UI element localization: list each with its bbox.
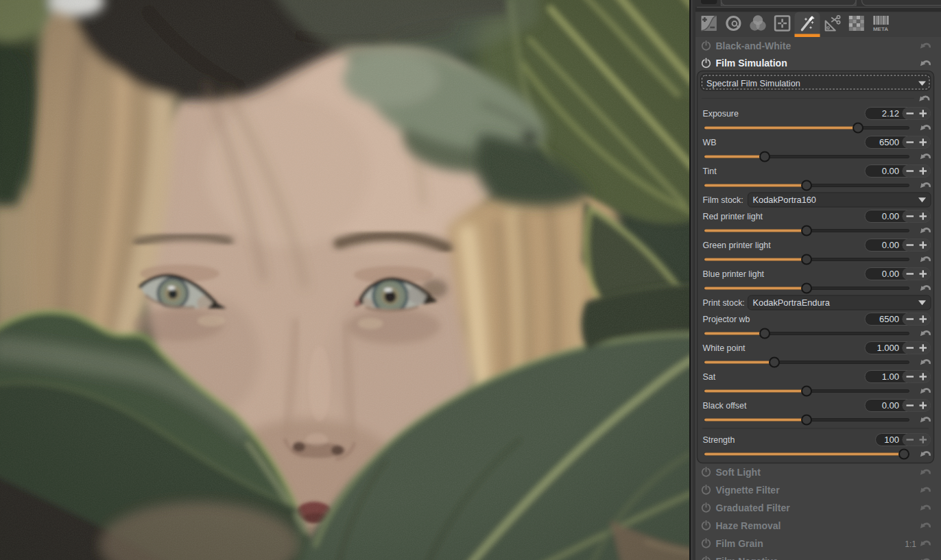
svg-text:Film stock:: Film stock: xyxy=(703,195,743,205)
svg-text:KodakPortra160: KodakPortra160 xyxy=(753,195,816,205)
svg-text:1.00: 1.00 xyxy=(882,372,899,382)
svg-text:0.00: 0.00 xyxy=(882,400,899,411)
svg-text:1.000: 1.000 xyxy=(877,343,899,353)
svg-text:Black offset: Black offset xyxy=(703,401,747,411)
svg-text:Red printer light: Red printer light xyxy=(703,212,763,221)
svg-text:2.12: 2.12 xyxy=(882,108,899,119)
svg-text:Film Grain: Film Grain xyxy=(716,538,763,549)
svg-text:Sat: Sat xyxy=(703,372,716,382)
svg-text:Spectral Film Simulation: Spectral Film Simulation xyxy=(706,79,800,88)
svg-text:Exposure: Exposure xyxy=(703,109,739,119)
svg-text:Blue printer light: Blue printer light xyxy=(703,269,765,279)
svg-text:Green printer light: Green printer light xyxy=(703,241,772,250)
svg-text:META: META xyxy=(873,26,888,32)
svg-text:Print stock:: Print stock: xyxy=(703,298,745,308)
svg-text:Tint: Tint xyxy=(703,167,717,176)
svg-text:Projector wb: Projector wb xyxy=(703,315,750,324)
svg-text:Vignette Filter: Vignette Filter xyxy=(716,485,781,496)
svg-text:0.00: 0.00 xyxy=(882,269,899,279)
svg-text:KodakPortraEndura: KodakPortraEndura xyxy=(753,297,831,308)
svg-text:100: 100 xyxy=(884,435,899,445)
svg-text:0.00: 0.00 xyxy=(882,166,899,176)
svg-text:0.00: 0.00 xyxy=(882,211,899,221)
svg-text:6500: 6500 xyxy=(879,314,899,324)
svg-text:0.00: 0.00 xyxy=(882,240,899,250)
svg-text:Film Negative: Film Negative xyxy=(716,556,778,560)
svg-text:6500: 6500 xyxy=(879,137,899,147)
svg-text:Strength: Strength xyxy=(703,435,735,445)
svg-text:WB: WB xyxy=(703,138,717,147)
svg-text:Haze Removal: Haze Removal xyxy=(716,520,781,531)
svg-text:Graduated Filter: Graduated Filter xyxy=(716,502,791,513)
svg-text:Black-and-White: Black-and-White xyxy=(716,40,791,51)
svg-text:White point: White point xyxy=(703,343,746,353)
svg-text:1:1: 1:1 xyxy=(905,539,916,549)
svg-text:Film Simulation: Film Simulation xyxy=(716,58,787,69)
svg-text:Soft Light: Soft Light xyxy=(716,467,761,478)
